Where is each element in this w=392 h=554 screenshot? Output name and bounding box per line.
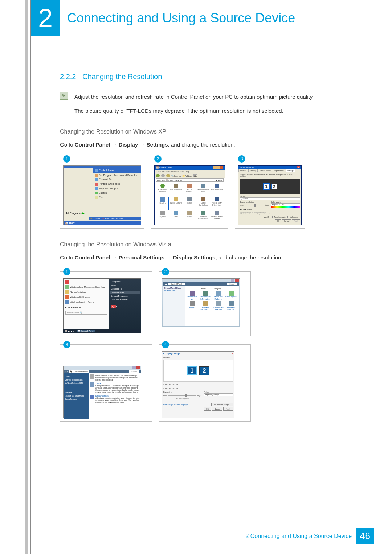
note-line-2: The picture quality of TFT-LCDs may degr… [74,106,314,116]
vista-shot-3: 3 ◀ ▶ 🖤 ▸▸ PersonalizationSearch Tasks C… [60,344,152,422]
step-badge: 4 [162,341,169,348]
xp-shot-1: 1 Control Panel Set Program Access and D… [60,159,144,229]
step-badge: 3 [63,341,70,348]
vista-instruction: Go to Control Panel → Personal Settings … [60,254,367,260]
page-margin-rule [30,0,31,554]
vista-subsection-title: Changing the Resolution on Windows Vista [60,241,367,248]
step-badge: 1 [63,155,70,163]
step-badge: 3 [238,155,245,163]
note-block: Adjust the resolution and refresh rate i… [60,92,367,116]
note-line-1: Adjust the resolution and refresh rate i… [74,92,314,102]
section-heading: 2.2.2 Changing the Resolution [60,73,367,81]
page-footer: 2 Connecting and Using a Source Device 4… [245,528,374,544]
page-number: 46 [356,528,374,544]
section-number: 2.2.2 [60,73,76,81]
xp-shot-3: 3 Display Properties✕ ThemesDesktopScree… [235,159,305,229]
footer-text: 2 Connecting and Using a Source Device [245,533,352,539]
xp-shot-2: 2 🪟 Control Panel File Edit View Favorit… [151,159,228,229]
vista-shot-4: 4 🖵 Display Settings▬ ✕ Monitor 1 2 ••••… [159,344,251,422]
xp-subsection-title: Changing the Resolution on Windows XP [60,128,367,135]
chapter-number-box: 2 [31,0,60,36]
vista-shot-1: 1 ▪▪▪▪ Windows Live Messenger Download N… [60,271,152,336]
step-badge: 2 [154,155,162,163]
section-title: Changing the Resolution [82,73,162,81]
step-badge: 1 [63,268,70,275]
chapter-title: Connecting and Using a Source Device [67,11,295,26]
note-icon [60,92,68,100]
step-badge: 2 [162,268,169,275]
vista-shot-2: 2 ◀ ▶ ▸ Control Panel ▸Search Control Pa… [159,271,251,336]
xp-instruction: Go to Control Panel → Display → Settings… [60,141,367,148]
chapter-header: 2 Connecting and Using a Source Device [0,0,392,36]
